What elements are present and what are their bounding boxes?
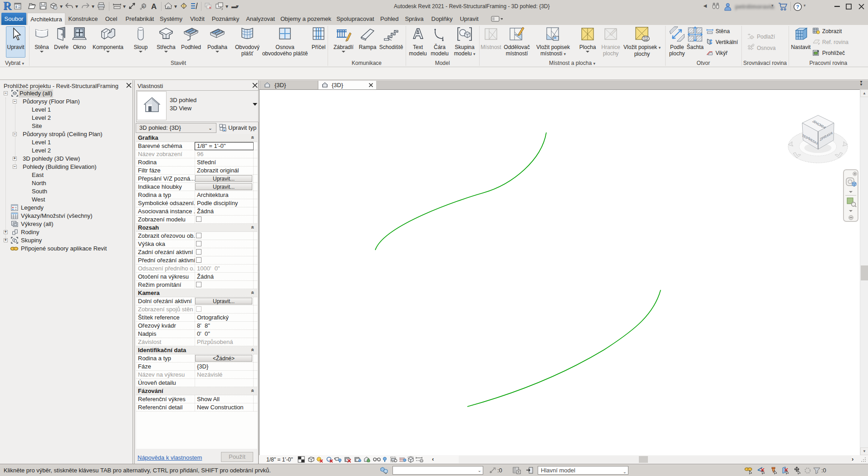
svg-text:1: 1: [645, 37, 647, 40]
svg-text:?: ?: [796, 4, 799, 10]
svg-text:A: A: [151, 2, 157, 10]
svg-text:R: R: [3, 1, 12, 12]
